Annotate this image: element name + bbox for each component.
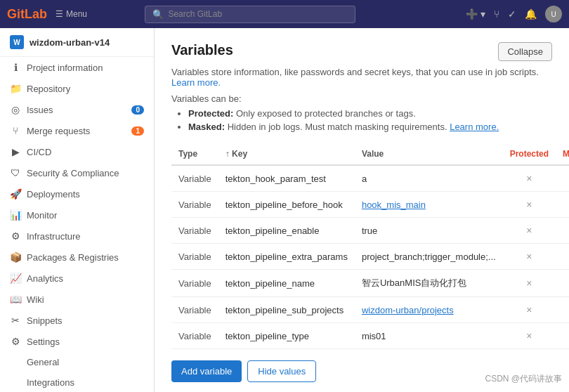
todo-icon[interactable]: ✓ — [508, 8, 516, 20]
protected-text: Only exposed to protected branches or ta… — [236, 108, 416, 119]
sidebar-item-wiki[interactable]: 📖 Wiki — [0, 289, 154, 310]
merge-badge: 1 — [131, 126, 144, 136]
masked-learn-more-link[interactable]: Learn more. — [450, 122, 499, 132]
menu-label: Menu — [66, 9, 87, 19]
sidebar-item-settings[interactable]: ⚙ Settings — [0, 331, 154, 352]
search-icon: 🔍 — [152, 9, 164, 20]
sidebar: W wizdom-urban-v14 ℹ Project information… — [0, 28, 155, 392]
packages-icon: 📦 — [10, 251, 21, 263]
sidebar-label-snippets: Snippets — [27, 315, 63, 326]
bullet-masked: Masked: Hidden in job logs. Must match m… — [188, 122, 552, 132]
variables-table: Type ↑ Key Value Protected Masked Enviro… — [171, 143, 569, 349]
cell-masked: × — [556, 218, 569, 244]
sidebar-label-settings: Settings — [27, 337, 60, 347]
sidebar-item-packages[interactable]: 📦 Packages & Registries — [0, 247, 154, 268]
sidebar-item-issues[interactable]: ◎ Issues 0 — [0, 99, 154, 120]
cell-masked: × — [556, 297, 569, 323]
sidebar-nav: ℹ Project information 📁 Repository ◎ Iss… — [0, 57, 154, 392]
table-body: Variabletekton_hook_param_testa××All (de… — [171, 165, 569, 349]
sidebar-label-security: Security & Compliance — [27, 168, 119, 178]
cell-key: tekton_pipeline_type — [218, 323, 355, 349]
sidebar-item-security[interactable]: 🛡 Security & Compliance — [0, 162, 154, 183]
cell-value: 智云UrbanMIS自动化打包 — [355, 270, 503, 297]
table-row: Variabletekton_pipeline_before_hookhook_… — [171, 192, 569, 218]
sidebar-item-repository[interactable]: 📁 Repository — [0, 78, 154, 99]
settings-icon: ⚙ — [10, 336, 21, 347]
cell-protected: × — [503, 323, 556, 349]
page-header: Variables Collapse — [171, 42, 552, 61]
project-header[interactable]: W wizdom-urban-v14 — [0, 28, 154, 57]
bullet-protected: Protected: Only exposed to protected bra… — [188, 108, 552, 119]
protected-label: Protected: — [188, 108, 233, 119]
sidebar-item-infrastructure[interactable]: ⚙ Infrastructure — [0, 226, 154, 247]
col-type: Type — [171, 143, 218, 165]
sidebar-label-general: General — [27, 357, 59, 367]
menu-button[interactable]: ☰ Menu — [55, 9, 87, 19]
sidebar-item-monitor[interactable]: 📊 Monitor — [0, 204, 154, 226]
hide-values-button[interactable]: Hide values — [247, 360, 316, 382]
cell-value: wizdom-urban/projects — [355, 297, 503, 323]
cell-type: Variable — [171, 244, 218, 270]
sidebar-item-merge-requests[interactable]: ⑂ Merge requests 1 — [0, 120, 154, 141]
sidebar-label-cicd: CI/CD — [27, 147, 51, 157]
cell-key: tekton_pipeline_name — [218, 270, 355, 297]
cell-protected: × — [503, 297, 556, 323]
sidebar-item-cicd[interactable]: ▶ CI/CD — [0, 141, 154, 162]
col-key[interactable]: ↑ Key — [218, 143, 355, 165]
sidebar-label-monitor: Monitor — [27, 210, 57, 221]
cell-key: tekton_pipeline_sub_projects — [218, 297, 355, 323]
sidebar-item-snippets[interactable]: ✂ Snippets — [0, 310, 154, 331]
top-nav: GitLab ☰ Menu 🔍 Search GitLab ➕ ▾ ⑂ ✓ 🔔 … — [0, 0, 569, 28]
sidebar-label-analytics: Analytics — [27, 273, 63, 284]
cell-type: Variable — [171, 323, 218, 349]
table-row: Variabletekton_pipeline_name智云UrbanMIS自动… — [171, 270, 569, 297]
sidebar-label-packages: Packages & Registries — [27, 252, 119, 263]
info-icon: ℹ — [10, 62, 21, 73]
cell-type: Variable — [171, 165, 218, 192]
avatar[interactable]: U — [545, 6, 562, 22]
issues-badge: 0 — [131, 105, 144, 115]
learn-more-link[interactable]: Learn more. — [171, 77, 221, 88]
merge-icon: ⑂ — [10, 125, 21, 136]
sidebar-item-analytics[interactable]: 📈 Analytics — [0, 268, 154, 289]
cell-masked: × — [556, 192, 569, 218]
sidebar-item-general[interactable]: General — [0, 352, 154, 372]
cell-masked: × — [556, 323, 569, 349]
cell-protected: × — [503, 192, 556, 218]
sidebar-label-repository: Repository — [27, 84, 70, 94]
table-row: Variabletekton_hook_param_testa××All (de… — [171, 165, 569, 192]
col-masked: Masked — [556, 143, 569, 165]
cell-type: Variable — [171, 270, 218, 297]
cell-masked: × — [556, 244, 569, 270]
sidebar-label-integrations: Integrations — [27, 377, 74, 388]
add-variable-button[interactable]: Add variable — [171, 360, 242, 382]
masked-text: Hidden in job logs. Must match masking r… — [228, 122, 447, 132]
bell-icon[interactable]: 🔔 — [525, 8, 537, 20]
snippets-icon: ✂ — [10, 315, 21, 326]
variables-can-be: Variables can be: — [171, 93, 552, 104]
collapse-button[interactable]: Collapse — [498, 42, 552, 61]
cell-masked: × — [556, 270, 569, 297]
security-icon: 🛡 — [10, 167, 21, 178]
table-header: Type ↑ Key Value Protected Masked Enviro… — [171, 143, 569, 165]
sidebar-label-deployments: Deployments — [27, 189, 80, 200]
cell-type: Variable — [171, 297, 218, 323]
cell-key: tekton_pipeline_enable — [218, 218, 355, 244]
sidebar-item-integrations[interactable]: Integrations — [0, 372, 154, 392]
cell-protected: × — [503, 270, 556, 297]
sidebar-item-deployments[interactable]: 🚀 Deployments — [0, 183, 154, 204]
cell-value: a — [355, 165, 503, 192]
sidebar-item-project-info[interactable]: ℹ Project information — [0, 57, 154, 78]
col-value: Value — [355, 143, 503, 165]
analytics-icon: 📈 — [10, 273, 21, 284]
sidebar-label-merge-requests: Merge requests — [27, 126, 90, 136]
cicd-icon: ▶ — [10, 146, 21, 157]
cell-protected: × — [503, 244, 556, 270]
cell-value: mis01 — [355, 323, 503, 349]
table-row: Variabletekton_pipeline_sub_projectswizd… — [171, 297, 569, 323]
main-content: Variables Collapse Variables store infor… — [155, 28, 569, 392]
col-key-sort-icon: ↑ — [225, 149, 230, 159]
merge-icon[interactable]: ⑂ — [494, 8, 499, 20]
search-bar[interactable]: 🔍 Search GitLab — [145, 6, 355, 23]
add-icon[interactable]: ➕ ▾ — [466, 8, 485, 20]
